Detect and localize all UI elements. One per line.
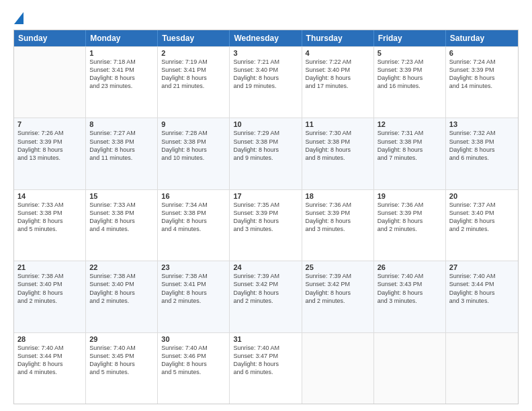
calendar-row-4: 28Sunrise: 7:40 AMSunset: 3:44 PMDayligh… bbox=[14, 332, 518, 404]
day-header-wednesday: Wednesday bbox=[230, 30, 302, 46]
cell-info: Sunrise: 7:36 AMSunset: 3:39 PMDaylight:… bbox=[378, 201, 442, 234]
cell-info: Sunrise: 7:23 AMSunset: 3:39 PMDaylight:… bbox=[378, 58, 442, 91]
svg-marker-0 bbox=[14, 12, 24, 24]
day-number: 15 bbox=[89, 192, 154, 200]
calendar-cell-r4-c5 bbox=[374, 333, 446, 404]
calendar-cell-r0-c0 bbox=[14, 47, 86, 118]
calendar-cell-r3-c0: 21Sunrise: 7:38 AMSunset: 3:40 PMDayligh… bbox=[14, 261, 86, 332]
day-header-monday: Monday bbox=[86, 30, 158, 46]
calendar-cell-r1-c2: 9Sunrise: 7:28 AMSunset: 3:38 PMDaylight… bbox=[158, 118, 230, 189]
day-number: 30 bbox=[161, 335, 226, 343]
calendar-cell-r3-c1: 22Sunrise: 7:38 AMSunset: 3:40 PMDayligh… bbox=[86, 261, 158, 332]
logo bbox=[13, 12, 24, 24]
day-number: 28 bbox=[17, 335, 82, 343]
calendar-cell-r2-c2: 16Sunrise: 7:34 AMSunset: 3:38 PMDayligh… bbox=[158, 190, 230, 261]
cell-info: Sunrise: 7:39 AMSunset: 3:42 PMDaylight:… bbox=[306, 272, 370, 305]
calendar-cell-r2-c3: 17Sunrise: 7:35 AMSunset: 3:39 PMDayligh… bbox=[230, 190, 302, 261]
cell-info: Sunrise: 7:40 AMSunset: 3:45 PMDaylight:… bbox=[89, 344, 154, 377]
cell-info: Sunrise: 7:27 AMSunset: 3:38 PMDaylight:… bbox=[89, 129, 154, 162]
calendar-cell-r2-c1: 15Sunrise: 7:33 AMSunset: 3:38 PMDayligh… bbox=[86, 190, 158, 261]
cell-info: Sunrise: 7:29 AMSunset: 3:38 PMDaylight:… bbox=[233, 129, 298, 162]
cell-info: Sunrise: 7:38 AMSunset: 3:40 PMDaylight:… bbox=[17, 272, 82, 305]
calendar-cell-r0-c1: 1Sunrise: 7:18 AMSunset: 3:41 PMDaylight… bbox=[86, 47, 158, 118]
day-number: 9 bbox=[161, 120, 226, 128]
day-number: 26 bbox=[378, 263, 442, 271]
day-number: 27 bbox=[449, 263, 515, 271]
day-number: 19 bbox=[378, 192, 442, 200]
day-number: 4 bbox=[306, 49, 370, 57]
calendar-cell-r3-c3: 24Sunrise: 7:39 AMSunset: 3:42 PMDayligh… bbox=[230, 261, 302, 332]
logo-text bbox=[13, 12, 24, 24]
calendar-cell-r1-c0: 7Sunrise: 7:26 AMSunset: 3:39 PMDaylight… bbox=[14, 118, 86, 189]
day-number: 6 bbox=[449, 49, 515, 57]
calendar-row-3: 21Sunrise: 7:38 AMSunset: 3:40 PMDayligh… bbox=[14, 261, 518, 332]
day-number: 14 bbox=[17, 192, 82, 200]
cell-info: Sunrise: 7:33 AMSunset: 3:38 PMDaylight:… bbox=[17, 201, 82, 234]
calendar-row-0: 1Sunrise: 7:18 AMSunset: 3:41 PMDaylight… bbox=[14, 46, 518, 118]
day-header-friday: Friday bbox=[374, 30, 446, 46]
calendar-cell-r0-c5: 5Sunrise: 7:23 AMSunset: 3:39 PMDaylight… bbox=[374, 47, 446, 118]
calendar-cell-r3-c4: 25Sunrise: 7:39 AMSunset: 3:42 PMDayligh… bbox=[302, 261, 374, 332]
page: SundayMondayTuesdayWednesdayThursdayFrid… bbox=[0, 0, 532, 411]
day-header-tuesday: Tuesday bbox=[158, 30, 230, 46]
calendar-cell-r0-c6: 6Sunrise: 7:24 AMSunset: 3:39 PMDaylight… bbox=[446, 47, 518, 118]
day-number: 24 bbox=[233, 263, 298, 271]
day-number: 20 bbox=[449, 192, 515, 200]
day-number: 22 bbox=[89, 263, 154, 271]
day-header-sunday: Sunday bbox=[14, 30, 86, 46]
header bbox=[13, 12, 519, 24]
cell-info: Sunrise: 7:39 AMSunset: 3:42 PMDaylight:… bbox=[233, 272, 298, 305]
day-number: 12 bbox=[378, 120, 442, 128]
calendar-header: SundayMondayTuesdayWednesdayThursdayFrid… bbox=[14, 30, 518, 46]
calendar-cell-r4-c4 bbox=[302, 333, 374, 404]
calendar-row-2: 14Sunrise: 7:33 AMSunset: 3:38 PMDayligh… bbox=[14, 189, 518, 261]
calendar-body: 1Sunrise: 7:18 AMSunset: 3:41 PMDaylight… bbox=[14, 46, 518, 404]
calendar-cell-r4-c0: 28Sunrise: 7:40 AMSunset: 3:44 PMDayligh… bbox=[14, 333, 86, 404]
calendar-cell-r1-c3: 10Sunrise: 7:29 AMSunset: 3:38 PMDayligh… bbox=[230, 118, 302, 189]
cell-info: Sunrise: 7:24 AMSunset: 3:39 PMDaylight:… bbox=[449, 58, 515, 91]
cell-info: Sunrise: 7:30 AMSunset: 3:38 PMDaylight:… bbox=[306, 129, 370, 162]
cell-info: Sunrise: 7:26 AMSunset: 3:39 PMDaylight:… bbox=[17, 129, 82, 162]
day-number: 10 bbox=[233, 120, 298, 128]
cell-info: Sunrise: 7:33 AMSunset: 3:38 PMDaylight:… bbox=[89, 201, 154, 234]
day-number: 18 bbox=[306, 192, 370, 200]
day-number: 17 bbox=[233, 192, 298, 200]
calendar-cell-r4-c6 bbox=[446, 333, 518, 404]
calendar-cell-r0-c2: 2Sunrise: 7:19 AMSunset: 3:41 PMDaylight… bbox=[158, 47, 230, 118]
day-header-thursday: Thursday bbox=[302, 30, 374, 46]
cell-info: Sunrise: 7:37 AMSunset: 3:40 PMDaylight:… bbox=[449, 201, 515, 234]
calendar-cell-r2-c6: 20Sunrise: 7:37 AMSunset: 3:40 PMDayligh… bbox=[446, 190, 518, 261]
calendar-cell-r0-c3: 3Sunrise: 7:21 AMSunset: 3:40 PMDaylight… bbox=[230, 47, 302, 118]
calendar-cell-r4-c3: 31Sunrise: 7:40 AMSunset: 3:47 PMDayligh… bbox=[230, 333, 302, 404]
calendar-cell-r2-c4: 18Sunrise: 7:36 AMSunset: 3:39 PMDayligh… bbox=[302, 190, 374, 261]
day-number: 3 bbox=[233, 49, 298, 57]
calendar-cell-r4-c1: 29Sunrise: 7:40 AMSunset: 3:45 PMDayligh… bbox=[86, 333, 158, 404]
calendar-cell-r3-c6: 27Sunrise: 7:40 AMSunset: 3:44 PMDayligh… bbox=[446, 261, 518, 332]
day-number: 16 bbox=[161, 192, 226, 200]
day-number: 11 bbox=[306, 120, 370, 128]
day-number: 1 bbox=[89, 49, 154, 57]
cell-info: Sunrise: 7:35 AMSunset: 3:39 PMDaylight:… bbox=[233, 201, 298, 234]
calendar-cell-r1-c6: 13Sunrise: 7:32 AMSunset: 3:38 PMDayligh… bbox=[446, 118, 518, 189]
day-number: 21 bbox=[17, 263, 82, 271]
cell-info: Sunrise: 7:32 AMSunset: 3:38 PMDaylight:… bbox=[449, 129, 515, 162]
calendar-cell-r2-c5: 19Sunrise: 7:36 AMSunset: 3:39 PMDayligh… bbox=[374, 190, 446, 261]
day-number: 7 bbox=[17, 120, 82, 128]
day-number: 13 bbox=[449, 120, 515, 128]
cell-info: Sunrise: 7:40 AMSunset: 3:44 PMDaylight:… bbox=[449, 272, 515, 305]
cell-info: Sunrise: 7:19 AMSunset: 3:41 PMDaylight:… bbox=[161, 58, 226, 91]
calendar-cell-r1-c1: 8Sunrise: 7:27 AMSunset: 3:38 PMDaylight… bbox=[86, 118, 158, 189]
cell-info: Sunrise: 7:31 AMSunset: 3:38 PMDaylight:… bbox=[378, 129, 442, 162]
cell-info: Sunrise: 7:38 AMSunset: 3:41 PMDaylight:… bbox=[161, 272, 226, 305]
day-number: 23 bbox=[161, 263, 226, 271]
cell-info: Sunrise: 7:40 AMSunset: 3:47 PMDaylight:… bbox=[233, 344, 298, 377]
cell-info: Sunrise: 7:21 AMSunset: 3:40 PMDaylight:… bbox=[233, 58, 298, 91]
calendar-row-1: 7Sunrise: 7:26 AMSunset: 3:39 PMDaylight… bbox=[14, 118, 518, 189]
calendar-cell-r2-c0: 14Sunrise: 7:33 AMSunset: 3:38 PMDayligh… bbox=[14, 190, 86, 261]
day-number: 31 bbox=[233, 335, 298, 343]
cell-info: Sunrise: 7:40 AMSunset: 3:46 PMDaylight:… bbox=[161, 344, 226, 377]
logo-icon bbox=[14, 12, 24, 24]
cell-info: Sunrise: 7:38 AMSunset: 3:40 PMDaylight:… bbox=[89, 272, 154, 305]
cell-info: Sunrise: 7:40 AMSunset: 3:43 PMDaylight:… bbox=[378, 272, 442, 305]
day-number: 25 bbox=[306, 263, 370, 271]
